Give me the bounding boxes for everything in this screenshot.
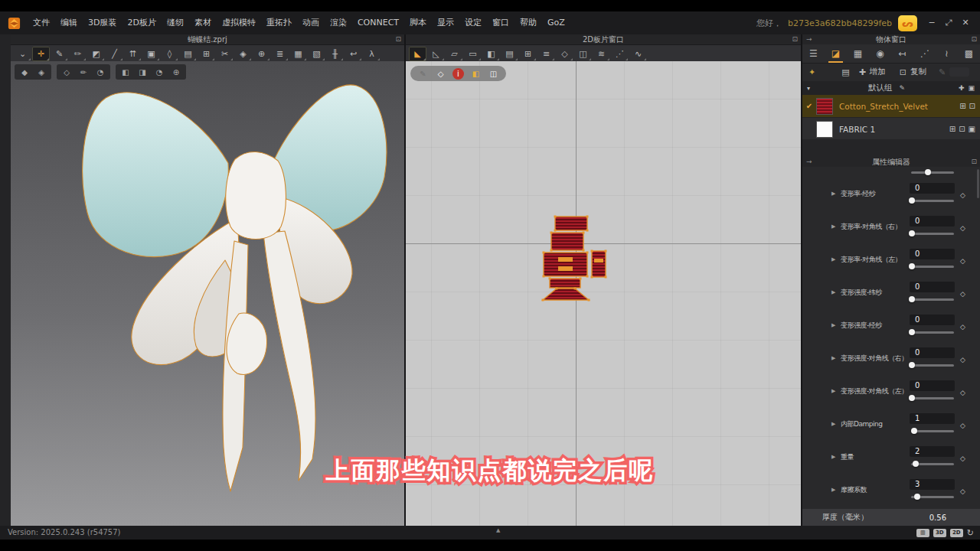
zipper-icon[interactable]: ≣: [271, 47, 289, 61]
hook-icon[interactable]: ↩: [345, 47, 362, 61]
split-view-button[interactable]: ▥: [916, 529, 929, 537]
slider-thumb[interactable]: [925, 169, 931, 175]
property-slider[interactable]: [911, 266, 954, 268]
fold-arrange-icon[interactable]: ⇈: [124, 47, 142, 61]
canvas-3d[interactable]: ◆◈◇✏◔◧◨◔⊕: [11, 61, 404, 526]
sewing-machine-icon[interactable]: ▤: [179, 47, 197, 61]
menu-item[interactable]: 文件: [28, 11, 55, 34]
property-slider[interactable]: [911, 331, 954, 334]
quilt-icon[interactable]: ⊞: [519, 47, 537, 61]
property-value-input[interactable]: 0: [910, 380, 955, 391]
keyframe-diamond-icon[interactable]: ◇: [960, 487, 965, 495]
slider-thumb[interactable]: [911, 428, 917, 434]
fabric-swatch[interactable]: [816, 121, 833, 138]
globe-icon[interactable]: ⊕: [253, 47, 270, 61]
fabric-piece-icon[interactable]: ◧: [482, 47, 500, 61]
property-slider[interactable]: [911, 397, 954, 399]
line-tool-icon[interactable]: ╱: [106, 47, 123, 61]
rect-tool-icon[interactable]: ▭: [464, 47, 482, 61]
spool-icon[interactable]: ✦: [808, 67, 815, 77]
thickness-value[interactable]: 0.56: [929, 514, 946, 522]
property-value-input[interactable]: 0: [910, 183, 955, 194]
float-panel-icon[interactable]: ⊡: [395, 34, 401, 44]
keyframe-diamond-icon[interactable]: ◇: [960, 389, 965, 396]
restore-button[interactable]: ⤢: [940, 11, 957, 34]
transform-tool-icon[interactable]: ◣: [409, 47, 426, 61]
slider-thumb[interactable]: [909, 296, 915, 302]
keyframe-diamond-icon[interactable]: ◇: [960, 191, 965, 199]
viewport-2d-header[interactable]: 2D板片窗口 ⊡: [406, 34, 801, 45]
property-value-input[interactable]: 0: [910, 216, 955, 227]
slider-thumb[interactable]: [909, 230, 915, 236]
fabric-action-icon[interactable]: ▣: [969, 125, 975, 133]
menu-item[interactable]: 动画: [297, 11, 325, 34]
close-button[interactable]: ✕: [957, 11, 974, 34]
pen-cursor-icon[interactable]: ✎: [51, 47, 68, 61]
menu-item[interactable]: 显示: [432, 11, 459, 34]
steamer-icon[interactable]: ◫: [574, 47, 592, 61]
expand-arrow-icon[interactable]: ▶: [831, 454, 835, 460]
property-slider[interactable]: [911, 233, 954, 235]
keyframe-diamond-icon[interactable]: ◇: [960, 257, 965, 265]
property-slider[interactable]: [911, 200, 954, 202]
add-icon[interactable]: ✚: [859, 67, 866, 77]
expand-arrow-icon[interactable]: ▶: [831, 487, 835, 493]
property-slider[interactable]: [911, 364, 954, 367]
fabric-yellow-icon[interactable]: ◧: [470, 68, 482, 80]
menu-item[interactable]: 2D板片: [122, 11, 161, 34]
property-slider[interactable]: [911, 496, 954, 498]
pattern-pieces[interactable]: [406, 61, 801, 526]
expand-arrow-icon[interactable]: ▶: [831, 289, 835, 295]
bow-3d-model[interactable]: [11, 61, 404, 526]
keyframe-diamond-icon[interactable]: ◇: [960, 224, 965, 232]
menu-item[interactable]: 窗口: [487, 11, 514, 34]
fabric-group-row[interactable]: ▾ 默认组 ✎ ✚ ▣: [802, 81, 980, 95]
float-panel-icon[interactable]: ⊡: [792, 34, 798, 44]
tab-object-list[interactable]: ☰: [802, 44, 825, 63]
tab-pin[interactable]: ↤: [891, 44, 913, 63]
viewport-3d[interactable]: 蝴蝶结.zprj ⊡ ⌄✛✎✏◩╱⇈▣◊▤⊞✂◈⊕≣▦▧╫↩λ ◆◈◇✏◔◧◨◔…: [11, 34, 404, 526]
expand-arrow-icon[interactable]: ▶: [831, 322, 835, 328]
property-value-input[interactable]: 0: [910, 249, 955, 259]
add-group-icon[interactable]: ✚: [959, 84, 965, 92]
property-slider[interactable]: [911, 463, 954, 465]
pattern-outline-icon[interactable]: ▱: [446, 47, 463, 61]
menu-item[interactable]: 3D服装: [83, 11, 122, 34]
pleats-icon[interactable]: ≋: [593, 47, 610, 61]
menu-item[interactable]: GoZ: [542, 11, 570, 34]
tshirt-white-icon[interactable]: ◇: [435, 68, 446, 80]
menu-item[interactable]: 编辑: [55, 11, 83, 34]
property-value-input[interactable]: 3: [910, 479, 955, 490]
menu-item[interactable]: 设定: [459, 11, 487, 34]
pin-garment-icon[interactable]: ◩: [87, 47, 105, 61]
paste-pattern-icon[interactable]: ▣: [142, 47, 160, 61]
avatar-walk-icon[interactable]: λ: [363, 47, 381, 61]
tab-button[interactable]: ◉: [869, 44, 891, 63]
expand-arrow-icon[interactable]: ▶: [831, 191, 835, 197]
slider-thumb[interactable]: [909, 197, 915, 204]
fabric-action-icon[interactable]: ⊡: [959, 125, 965, 133]
menu-item[interactable]: 缝纫: [162, 11, 189, 34]
expand-arrow-icon[interactable]: ▶: [831, 388, 835, 394]
menu-item[interactable]: 重拓扑: [261, 11, 297, 34]
property-value-input[interactable]: 0: [910, 315, 955, 325]
property-value-input[interactable]: 0: [910, 347, 955, 358]
steam-icon[interactable]: ◈: [234, 47, 252, 61]
slider-thumb[interactable]: [909, 329, 915, 335]
elastic-icon[interactable]: ∿: [629, 47, 647, 61]
user-id-label[interactable]: b273e3a682bb48299feb: [788, 18, 892, 28]
menu-item[interactable]: 脚本: [404, 11, 432, 34]
float-panel-icon[interactable]: ⊡: [971, 34, 977, 44]
show-mode-icon[interactable]: ⌄: [14, 47, 31, 61]
property-editor-header[interactable]: → 属性编辑器 ⊡: [802, 157, 980, 168]
info-icon[interactable]: i: [452, 68, 464, 80]
needle-icon[interactable]: ✎: [417, 68, 429, 80]
iron-icon[interactable]: ≡: [537, 47, 555, 61]
fabric-action-icon[interactable]: ⊞: [949, 125, 956, 133]
slider-thumb[interactable]: [914, 494, 920, 500]
slider-thumb[interactable]: [909, 263, 915, 269]
keyframe-diamond-icon[interactable]: ◇: [960, 455, 965, 462]
partial-slider-track[interactable]: [911, 171, 954, 174]
menu-item[interactable]: 帮助: [514, 11, 542, 34]
menu-item[interactable]: 虚拟模特: [217, 11, 261, 34]
